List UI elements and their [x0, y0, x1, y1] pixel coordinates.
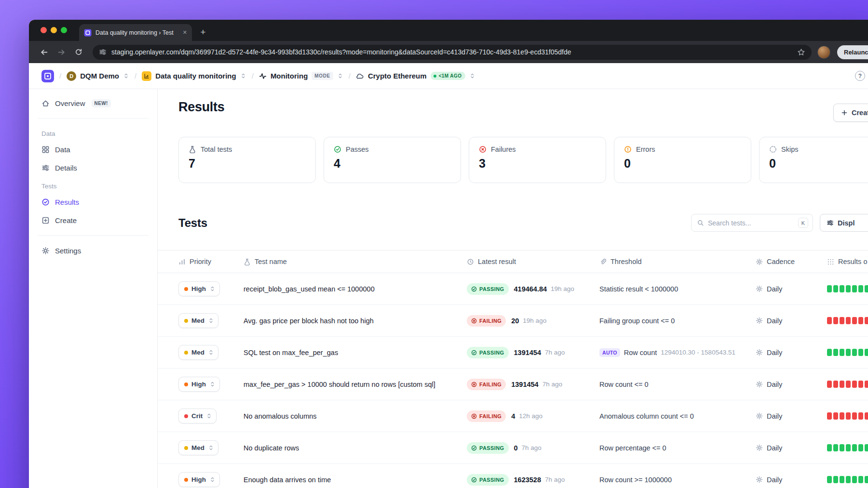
display-options-button[interactable]: Displ: [820, 214, 868, 232]
test-name-link[interactable]: Enough data arrives on time: [244, 476, 331, 484]
priority-select[interactable]: High: [178, 377, 220, 392]
sidebar-item-overview[interactable]: Overview NEW!: [37, 94, 149, 112]
activity-icon: [259, 72, 267, 80]
history-squares[interactable]: [827, 444, 868, 451]
create-test-button[interactable]: Creat: [833, 104, 868, 122]
priority-cell: Crit: [158, 409, 244, 423]
clock-icon: [467, 258, 474, 265]
priority-dot: [184, 287, 188, 291]
search-tests-input[interactable]: [708, 219, 794, 227]
stat-value: 0: [769, 157, 868, 171]
table-row[interactable]: High receipt_blob_gas_used mean <= 10000…: [158, 273, 868, 305]
history-squares[interactable]: [827, 285, 868, 292]
priority-select[interactable]: High: [178, 281, 220, 296]
check-circle-icon: [471, 445, 477, 451]
sun-icon: [756, 412, 763, 420]
chevron-up-down-icon[interactable]: [123, 73, 129, 79]
check-circle-icon: [471, 286, 477, 292]
priority-select[interactable]: Med: [178, 313, 218, 328]
breadcrumb-workspace[interactable]: D DQM Demo: [67, 71, 129, 81]
result-time: 7h ago: [545, 476, 565, 483]
sidebar-item-details[interactable]: Details: [37, 158, 149, 177]
grid-icon: [41, 145, 50, 154]
close-window-button[interactable]: [41, 27, 47, 33]
url-bar[interactable]: staging.openlayer.com/dqm/369971d2-d572-…: [93, 45, 812, 60]
history-squares[interactable]: [827, 317, 868, 324]
column-header-results-over-time[interactable]: Results o: [827, 258, 868, 265]
result-time: 19h ago: [551, 285, 574, 292]
main-content: Results Creat Total tests 7: [158, 89, 868, 488]
test-name-link[interactable]: No duplicate rows: [244, 444, 299, 452]
sidebar-item-data[interactable]: Data: [37, 140, 149, 158]
column-header-latest-result[interactable]: Latest result: [467, 258, 599, 265]
column-header-cadence[interactable]: Cadence: [756, 258, 827, 265]
mode-name: Monitoring: [271, 72, 308, 80]
sliders-icon: [827, 219, 834, 226]
history-squares[interactable]: [827, 476, 868, 483]
threshold-text: Row count: [624, 349, 657, 356]
stat-card-total-tests: Total tests 7: [178, 137, 316, 183]
column-header-test-name[interactable]: Test name: [244, 258, 467, 265]
sidebar-item-results[interactable]: Results: [37, 193, 149, 211]
maximize-window-button[interactable]: [61, 27, 67, 33]
sun-icon: [756, 317, 763, 324]
browser-tab[interactable]: Data quality monitoring › Test ✕: [79, 24, 192, 41]
table-row[interactable]: Med No duplicate rows PASSING 0 7h ago R…: [158, 432, 868, 464]
test-name-link[interactable]: No anomalous columns: [244, 412, 317, 420]
test-name-link[interactable]: max_fee_per_gas > 10000 should return no…: [244, 381, 435, 388]
cadence-cell: Daily: [756, 349, 827, 356]
table-row[interactable]: High max_fee_per_gas > 10000 should retu…: [158, 369, 868, 400]
breadcrumb-mode[interactable]: Monitoring MODE: [259, 72, 343, 80]
results-over-time-cell: [827, 476, 868, 483]
status-label: PASSING: [479, 445, 504, 451]
test-name-link[interactable]: receipt_blob_gas_used mean <= 1000000: [244, 285, 375, 293]
history-squares[interactable]: [827, 381, 868, 388]
sidebar-item-label: Settings: [55, 247, 81, 255]
status-label: FAILING: [479, 413, 502, 419]
history-squares[interactable]: [827, 349, 868, 356]
breadcrumb-project[interactable]: Data quality monitoring: [142, 71, 246, 81]
column-header-priority[interactable]: Priority: [158, 258, 244, 265]
priority-select[interactable]: Med: [178, 345, 218, 360]
relaunch-button[interactable]: Relaunc: [837, 45, 868, 59]
chevron-up-down-icon[interactable]: [240, 73, 246, 79]
sidebar-item-settings[interactable]: Settings: [37, 241, 149, 260]
traffic-lights: [41, 27, 67, 33]
back-button[interactable]: [36, 44, 52, 60]
threshold-text: Row percentage <= 0: [599, 444, 666, 452]
tab-close-icon[interactable]: ✕: [183, 29, 187, 36]
browser-profile-avatar[interactable]: [817, 46, 830, 59]
column-header-threshold[interactable]: Threshold: [599, 258, 756, 265]
table-row[interactable]: Crit No anomalous columns FAILING 4 12h …: [158, 400, 868, 432]
stat-card-passes: Passes 4: [324, 137, 461, 183]
result-time: 7h ago: [542, 381, 562, 388]
new-tab-button[interactable]: +: [196, 25, 210, 40]
priority-select[interactable]: Crit: [178, 409, 217, 423]
sidebar-item-create[interactable]: Create: [37, 211, 149, 229]
history-squares[interactable]: [827, 412, 868, 420]
table-row[interactable]: High Enough data arrives on time PASSING…: [158, 464, 868, 488]
openlayer-logo[interactable]: [41, 70, 54, 82]
chevron-up-down-icon: [206, 413, 212, 419]
reload-button[interactable]: [70, 44, 87, 60]
chevron-up-down-icon[interactable]: [469, 73, 475, 79]
minimize-window-button[interactable]: [51, 27, 57, 33]
search-tests-box[interactable]: K: [691, 214, 813, 232]
chevron-up-down-icon[interactable]: [337, 73, 343, 79]
table-row[interactable]: Med Avg. gas price per block hash not to…: [158, 305, 868, 337]
priority-label: Med: [191, 349, 204, 356]
priority-select[interactable]: High: [178, 472, 220, 487]
reload-icon: [75, 48, 82, 56]
forward-button[interactable]: [53, 44, 69, 60]
test-name-link[interactable]: Avg. gas price per block hash not too hi…: [244, 317, 374, 325]
table-row[interactable]: Med SQL test on max_fee_per_gas PASSING …: [158, 337, 868, 369]
help-button[interactable]: ?: [855, 71, 865, 81]
test-name-link[interactable]: SQL test on max_fee_per_gas: [244, 349, 338, 356]
bookmark-star-icon[interactable]: [797, 48, 805, 56]
url-text[interactable]: staging.openlayer.com/dqm/369971d2-d572-…: [111, 48, 792, 56]
stat-label: Errors: [636, 145, 655, 153]
tune-icon[interactable]: [99, 48, 107, 56]
priority-select[interactable]: Med: [178, 440, 218, 455]
test-name-cell: receipt_blob_gas_used mean <= 1000000: [244, 285, 467, 293]
breadcrumb-data-source[interactable]: Crypto Ethereum <1M AGO: [356, 72, 475, 80]
